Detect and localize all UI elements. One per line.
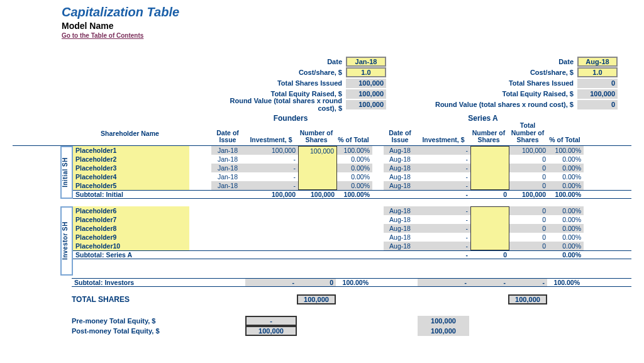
label-cost-a: Cost/share, $ [397, 69, 577, 76]
cell-a-shares-input[interactable] [470, 155, 509, 164]
section-seriesa: Series A [382, 113, 584, 124]
cell-a-date: Aug-18 [384, 242, 419, 250]
label-date-a: Date [397, 58, 577, 65]
page-subtitle: Model Name [62, 21, 631, 31]
cell-a-total: 0 [509, 224, 548, 233]
shareholder-name-input[interactable]: Placeholder3 [73, 164, 189, 172]
cell-a-date: Aug-18 [384, 233, 419, 242]
cell-a-shares-input[interactable] [470, 146, 509, 155]
cell-a-inv: - [419, 172, 470, 181]
founders-round-value: 100,000 [346, 100, 386, 109]
post-money-founders: 100,000 [245, 326, 297, 336]
cell-a-pct: 0.00% [548, 181, 584, 190]
cell-a-shares-input[interactable] [470, 181, 509, 190]
sub-inv-f-sh: 0 [297, 279, 336, 286]
founders-cost-input[interactable]: 1.0 [346, 67, 386, 77]
head-a-invest: Investment, $ [418, 137, 469, 145]
shareholder-name-input[interactable]: Placeholder8 [73, 224, 189, 233]
cell-f-inv: - [247, 172, 298, 181]
cell-a-shares-input[interactable] [470, 206, 509, 215]
cell-a-shares-input[interactable] [470, 242, 509, 250]
cell-a-total: 0 [509, 181, 548, 190]
cell-a-inv: - [419, 242, 470, 250]
founders-equity-raised: 100,000 [346, 89, 386, 99]
round-summary: DateJan-18 Cost/share, $1.0 Total Shares… [13, 57, 631, 110]
shareholder-name-input[interactable]: Placeholder4 [73, 172, 189, 181]
cell-a-inv: - [419, 233, 470, 242]
table-row: Placeholder9Aug-18-00.00% [73, 233, 631, 242]
subtotal-initial-f-sh: 100,000 [298, 191, 337, 198]
cell-a-shares-input[interactable] [470, 172, 509, 181]
cell-a-shares-input[interactable] [470, 224, 509, 233]
cell-f-shares-input[interactable] [298, 155, 337, 164]
cell-f-shares-input[interactable]: 100,000 [298, 146, 337, 155]
cell-f-pct: 100.00% [337, 146, 372, 155]
cell-a-date: Aug-18 [384, 172, 419, 181]
cell-a-shares-input[interactable] [470, 233, 509, 242]
total-shares-label: TOTAL SHARES [72, 295, 188, 304]
cell-a-total: 0 [509, 242, 548, 250]
page-title: Capitalization Table [62, 5, 631, 20]
cell-f-shares-input[interactable] [298, 164, 337, 172]
cell-a-total: 0 [509, 164, 548, 172]
sub-inv-a-pct: 100.00% [547, 279, 582, 286]
sub-inv-f-inv: - [245, 279, 297, 286]
cell-f-pct: 0.00% [337, 172, 372, 181]
cell-a-inv: - [419, 181, 470, 190]
cell-a-date: Aug-18 [384, 224, 419, 233]
label-shares-issued-a: Total Shares Issued [397, 79, 577, 87]
head-f-date: Date of Issue [210, 130, 245, 145]
shareholder-name-input[interactable]: Placeholder2 [73, 155, 189, 164]
seriesa-date-input[interactable]: Aug-18 [577, 57, 618, 67]
subtotal-initial-label: Subtotal: Initial [73, 191, 189, 198]
pre-money-label: Pre-money Total Equity, $ [72, 317, 210, 325]
sub-inv-a-total: - [508, 279, 547, 286]
cell-f-date: Jan-18 [211, 181, 247, 190]
initial-shareholders-block: Initial SH Placeholder1Jan-18100,000100,… [13, 146, 631, 199]
cell-f-shares-input[interactable] [298, 181, 337, 190]
cell-a-date: Aug-18 [384, 146, 419, 155]
cell-a-inv: - [419, 215, 470, 224]
section-founders: Founders [210, 113, 371, 124]
cell-a-pct: 0.00% [548, 206, 584, 215]
cell-a-pct: 0.00% [548, 233, 584, 242]
seriesa-cost-input[interactable]: 1.0 [577, 67, 618, 77]
toc-link[interactable]: Go to the Table of Contents [62, 32, 631, 39]
shareholder-name-input[interactable]: Placeholder9 [73, 233, 189, 242]
head-a-pct: % of Total [547, 137, 582, 145]
head-shareholder: Shareholder Name [72, 124, 188, 145]
cell-f-shares-input[interactable] [298, 172, 337, 181]
shareholder-name-input[interactable]: Placeholder6 [73, 206, 189, 215]
cell-f-inv: - [247, 164, 298, 172]
head-f-invest: Investment, $ [245, 137, 297, 145]
shareholder-name-input[interactable]: Placeholder7 [73, 215, 189, 224]
cell-a-pct: 0.00% [548, 215, 584, 224]
sub-inv-f-pct: 100.00% [336, 279, 371, 286]
subtotal-initial-a-inv: - [419, 191, 470, 198]
table-row: Placeholder8Aug-18-00.00% [73, 224, 631, 233]
cell-a-total: 0 [509, 172, 548, 181]
total-shares-seriesa: 100,000 [508, 294, 547, 304]
shareholder-name-input[interactable]: Placeholder1 [73, 146, 189, 155]
shareholder-name-input[interactable]: Placeholder5 [73, 181, 189, 190]
cell-f-pct: 0.00% [337, 155, 372, 164]
label-round-value: Round Value (total shares x round cost),… [210, 97, 346, 112]
cell-a-total: 100,000 [509, 146, 548, 155]
pre-money-seriesa: 100,000 [418, 316, 469, 326]
cell-a-shares-input[interactable] [470, 215, 509, 224]
table-row: Placeholder4Jan-18-0.00%Aug-18-00.00% [73, 172, 631, 181]
cell-f-date: Jan-18 [211, 172, 247, 181]
cell-f-date: Jan-18 [211, 146, 247, 155]
founders-date-input[interactable]: Jan-18 [346, 57, 386, 67]
cell-a-inv: - [419, 206, 470, 215]
head-f-pct: % of Total [336, 137, 371, 145]
cell-a-inv: - [419, 164, 470, 172]
subtotal-seriesa-a-pct: 0.00% [548, 251, 584, 259]
cell-a-date: Aug-18 [384, 155, 419, 164]
cell-a-date: Aug-18 [384, 206, 419, 215]
pre-money-founders: - [245, 316, 297, 326]
sub-inv-a-inv: - [418, 279, 469, 286]
cell-f-date: Jan-18 [211, 164, 247, 172]
shareholder-name-input[interactable]: Placeholder10 [73, 242, 189, 250]
cell-a-shares-input[interactable] [470, 164, 509, 172]
